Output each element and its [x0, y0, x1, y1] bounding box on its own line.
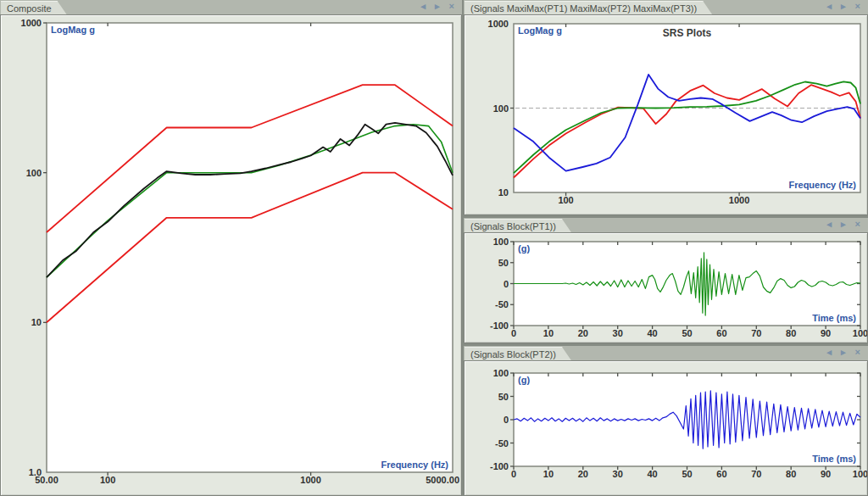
y-tick-label: 100 [493, 237, 509, 247]
tab-pt2-label: (Signals Block(PT2)) [470, 349, 556, 359]
srs-tabbar: (Signals MaxiMax(PT1) MaxiMax(PT2) MaxiM… [464, 0, 868, 14]
pt1-x-axis-label: Time (ms) [812, 313, 856, 323]
composite-panel: Composite ◂ ▸ × 50.0010010005000.0010001… [0, 0, 462, 496]
composite-chart[interactable]: 50.0010010005000.001000100101.0LogMag gF… [1, 15, 461, 495]
x-tick-label: 5000.00 [426, 475, 459, 485]
x-tick-label: 90 [821, 469, 831, 479]
x-tick-label: 50 [682, 328, 692, 338]
x-tick-label: 20 [578, 469, 588, 479]
composite-close-button[interactable]: × [447, 1, 458, 11]
x-tick-label: 50 [682, 469, 692, 479]
y-tick-label: 50 [498, 258, 509, 268]
pt1-prev-tab-button[interactable]: ◂ [824, 219, 835, 230]
x-tick-label: 10 [543, 469, 554, 479]
x-tick-label: 100 [558, 195, 573, 205]
y-tick-label: -100 [490, 461, 509, 471]
x-tick-label: 20 [578, 328, 588, 338]
x-tick-label: 90 [821, 328, 831, 338]
x-tick-label: 100 [100, 475, 115, 485]
srs-title: SRS Plots [663, 27, 712, 39]
pt2-x-axis-label: Time (ms) [812, 454, 856, 464]
x-tick-label: 30 [613, 469, 623, 479]
x-tick-label: 0 [511, 469, 516, 479]
tab-srs[interactable]: (Signals MaxiMax(PT1) MaxiMax(PT2) MaxiM… [465, 1, 712, 14]
composite-x-axis-label: Frequency (Hz) [381, 460, 449, 470]
tab-pt1-label: (Signals Block(PT1)) [470, 221, 556, 231]
srs-prev-tab-button[interactable]: ◂ [824, 1, 835, 12]
tab-pt1[interactable]: (Signals Block(PT1)) [465, 219, 571, 232]
y-tick-label: -100 [490, 320, 509, 331]
composite-y-axis-label: LogMag g [51, 25, 95, 35]
x-tick-label: 70 [751, 328, 761, 338]
x-tick-label: 70 [751, 469, 761, 479]
pt2-y-axis-label: (g) [518, 375, 530, 385]
composite-plot-frame [47, 23, 453, 472]
pt1-chart[interactable]: 0102030405060708090100100500-50-100(g)Ti… [465, 233, 867, 343]
srs-close-button[interactable]: × [853, 1, 864, 11]
x-tick-label: 80 [786, 469, 796, 479]
srs-plot-area: 1001000100010010LogMag gSRS PlotsFrequen… [464, 14, 868, 215]
composite-tabbar: Composite ◂ ▸ × [0, 0, 462, 14]
pt2-chart[interactable]: 0102030405060708090100100500-50-100(g)Ti… [465, 361, 867, 495]
y-tick-label: 100 [493, 368, 509, 378]
composite-plot-area: 50.0010010005000.001000100101.0LogMag gF… [0, 14, 462, 496]
x-tick-label: 100 [853, 469, 867, 479]
composite-prev-tab-button[interactable]: ◂ [418, 1, 429, 12]
y-tick-label: 100 [26, 168, 42, 178]
x-tick-label: 10 [543, 328, 554, 338]
y-tick-label: 50 [498, 392, 509, 402]
x-tick-label: 100 [853, 328, 867, 338]
pt2-close-button[interactable]: × [853, 347, 864, 357]
srs-panel: (Signals MaxiMax(PT1) MaxiMax(PT2) MaxiM… [464, 0, 868, 215]
x-tick-label: 60 [716, 328, 726, 338]
x-tick-label: 30 [613, 328, 623, 338]
tab-srs-label: (Signals MaxiMax(PT1) MaxiMax(PT2) MaxiM… [470, 3, 697, 14]
composite-window-controls: ◂ ▸ × [418, 1, 458, 12]
pt2-prev-tab-button[interactable]: ◂ [824, 347, 835, 358]
tab-composite[interactable]: Composite [1, 1, 67, 14]
y-tick-label: 1000 [488, 19, 509, 29]
x-tick-label: 1000 [300, 475, 320, 485]
y-tick-label: 0 [504, 415, 509, 425]
y-tick-label: -50 [495, 299, 509, 309]
srs-x-axis-label: Frequency (Hz) [789, 180, 857, 190]
x-tick-label: 40 [647, 328, 657, 338]
y-tick-label: 10 [31, 317, 42, 327]
pt1-window-controls: ◂ ▸ × [824, 219, 864, 230]
tab-pt2[interactable]: (Signals Block(PT2)) [465, 347, 571, 360]
tab-composite-label: Composite [7, 3, 52, 14]
y-tick-label: -50 [495, 438, 509, 449]
x-tick-label: 60 [716, 469, 726, 479]
x-tick-label: 0 [511, 328, 516, 338]
pt2-tabbar: (Signals Block(PT2)) ◂ ▸ × [464, 346, 868, 360]
x-tick-label: 1000 [729, 195, 749, 205]
pt2-plot-area: 0102030405060708090100100500-50-100(g)Ti… [464, 360, 868, 496]
y-tick-label: 1000 [21, 18, 42, 28]
pt1-tabbar: (Signals Block(PT1)) ◂ ▸ × [464, 218, 868, 232]
pt1-plot-area: 0102030405060708090100100500-50-100(g)Ti… [464, 232, 868, 343]
x-tick-label: 40 [647, 469, 657, 479]
y-tick-label: 1.0 [29, 467, 42, 477]
pt1-next-tab-button[interactable]: ▸ [838, 219, 849, 230]
srs-y-axis-label: LogMag g [518, 25, 562, 36]
pt2-next-tab-button[interactable]: ▸ [838, 347, 849, 358]
pt1-panel: (Signals Block(PT1)) ◂ ▸ × 0102030405060… [464, 218, 868, 343]
srs-window-controls: ◂ ▸ × [824, 1, 864, 12]
x-tick-label: 80 [786, 328, 796, 338]
pt2-panel: (Signals Block(PT2)) ◂ ▸ × 0102030405060… [464, 346, 868, 496]
application-window: Composite ◂ ▸ × 50.0010010005000.0010001… [0, 0, 868, 496]
y-tick-label: 0 [504, 279, 509, 289]
srs-next-tab-button[interactable]: ▸ [838, 1, 849, 12]
y-tick-label: 10 [498, 187, 509, 198]
pt1-y-axis-label: (g) [518, 243, 530, 254]
pt2-window-controls: ◂ ▸ × [824, 347, 864, 358]
pt1-close-button[interactable]: × [853, 219, 864, 229]
composite-next-tab-button[interactable]: ▸ [432, 1, 443, 12]
y-tick-label: 100 [493, 103, 509, 114]
srs-chart[interactable]: 1001000100010010LogMag gSRS PlotsFrequen… [465, 15, 867, 215]
